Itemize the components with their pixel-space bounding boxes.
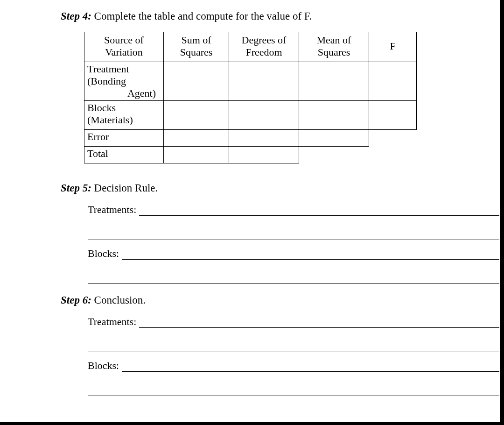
step5-blocks-row2: [88, 274, 499, 284]
step6-blocks-block: Blocks:: [88, 360, 499, 396]
cell-total-source: Total: [84, 146, 164, 163]
step6-treatments-line1[interactable]: [139, 318, 499, 328]
step6-heading: Step 6: Conclusion.: [61, 294, 499, 306]
cell-error-ms[interactable]: [299, 129, 369, 146]
cell-blocks-ms[interactable]: [299, 100, 369, 129]
cell-treatment-ss[interactable]: [164, 62, 229, 100]
step6-treatments-block: Treatments:: [88, 316, 499, 352]
cell-blocks-df[interactable]: [229, 100, 299, 129]
step4-label: Step 4:: [61, 10, 91, 22]
header-ss: Sum of Squares: [164, 32, 229, 62]
worksheet-page: Step 4: Complete the table and compute f…: [0, 0, 504, 425]
step5-blocks-label: Blocks:: [88, 248, 119, 260]
step4-heading: Step 4: Complete the table and compute f…: [61, 10, 499, 22]
step5-text: Decision Rule.: [91, 182, 158, 194]
cell-total-df[interactable]: [229, 146, 299, 163]
step6-label: Step 6:: [61, 294, 91, 306]
cell-total-f-empty: [369, 146, 417, 163]
cell-total-ss[interactable]: [164, 146, 229, 163]
step5-blocks-line2[interactable]: [88, 274, 499, 284]
cell-error-df[interactable]: [229, 129, 299, 146]
step5-treatments-line1[interactable]: [139, 205, 499, 216]
cell-error-source: Error: [84, 129, 164, 146]
cell-blocks-f[interactable]: [369, 100, 417, 129]
anova-header-row: Source of Variation Sum of Squares Degre…: [84, 32, 417, 62]
step5-treatments-label: Treatments:: [88, 204, 136, 216]
step6-treatments-label: Treatments:: [88, 316, 136, 328]
step5-treatments-row2: [88, 230, 499, 240]
step6-blocks-row1: Blocks:: [88, 360, 499, 372]
step6-text: Conclusion.: [91, 294, 146, 306]
header-df: Degrees of Freedom: [229, 32, 299, 62]
step4-text: Complete the table and compute for the v…: [91, 10, 312, 22]
step5-treatments-block: Treatments:: [88, 204, 499, 240]
row-error: Error: [84, 129, 417, 146]
step5-heading: Step 5: Decision Rule.: [61, 182, 499, 194]
step5-blocks-line1[interactable]: [122, 249, 499, 260]
step6-blocks-line2[interactable]: [88, 386, 499, 396]
cell-total-ms-empty: [299, 146, 369, 163]
page-bottom-edge: [0, 422, 504, 425]
row-treatment: Treatment (Bonding Agent): [84, 62, 417, 100]
row-total: Total: [84, 146, 417, 163]
cell-error-ss[interactable]: [164, 129, 229, 146]
cell-blocks-ss[interactable]: [164, 100, 229, 129]
header-source: Source of Variation: [84, 32, 164, 62]
step6-blocks-line1[interactable]: [122, 361, 499, 372]
step6-treatments-row2: [88, 342, 499, 352]
step6-blocks-label: Blocks:: [88, 360, 119, 372]
cell-blocks-source: Blocks (Materials): [84, 100, 164, 129]
step5-treatments-row1: Treatments:: [88, 204, 499, 216]
step6-treatments-row1: Treatments:: [88, 316, 499, 328]
row-blocks: Blocks (Materials): [84, 100, 417, 129]
cell-error-f-empty: [369, 129, 417, 146]
step5-treatments-line2[interactable]: [88, 230, 499, 240]
header-ms: Mean of Squares: [299, 32, 369, 62]
step6-blocks-row2: [88, 386, 499, 396]
cell-treatment-df[interactable]: [229, 62, 299, 100]
step5-blocks-block: Blocks:: [88, 248, 499, 284]
anova-table: Source of Variation Sum of Squares Degre…: [84, 32, 417, 163]
cell-treatment-source: Treatment (Bonding Agent): [84, 62, 164, 100]
step6-treatments-line2[interactable]: [88, 342, 499, 352]
step5-blocks-row1: Blocks:: [88, 248, 499, 260]
cell-treatment-ms[interactable]: [299, 62, 369, 100]
step5-label: Step 5:: [61, 182, 91, 194]
header-f: F: [369, 32, 417, 62]
page-right-edge: [500, 0, 504, 425]
cell-treatment-f[interactable]: [369, 62, 417, 100]
